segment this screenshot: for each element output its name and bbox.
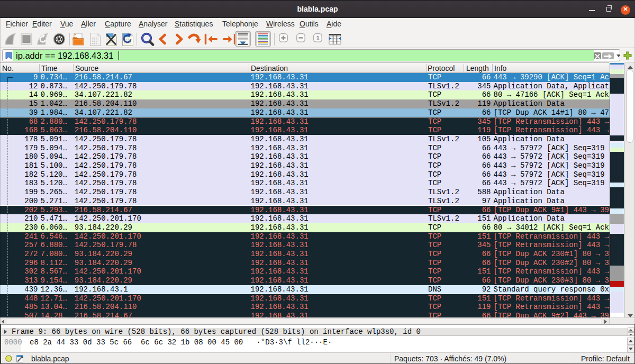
svg-text:1: 1 <box>316 35 320 41</box>
